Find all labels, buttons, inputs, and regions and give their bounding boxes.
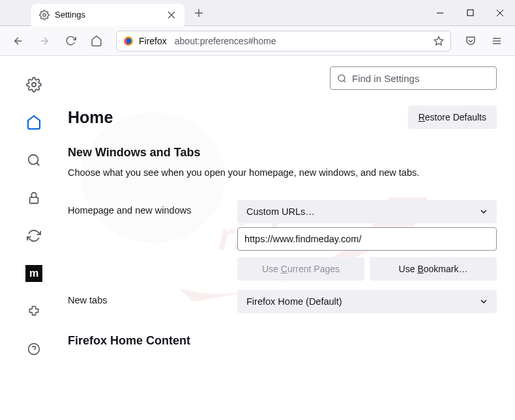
section-new-windows-title: New Windows and Tabs <box>68 146 497 160</box>
use-bookmark-button[interactable]: Use Bookmark… <box>370 257 497 281</box>
sidebar-item-privacy[interactable] <box>21 185 47 211</box>
sidebar-item-extensions[interactable] <box>21 298 47 324</box>
sidebar-item-home[interactable] <box>21 109 47 135</box>
home-button[interactable] <box>86 31 107 51</box>
sidebar-item-search[interactable] <box>21 147 47 173</box>
homepage-select-value: Custom URLs… <box>246 206 315 217</box>
sidebar-item-help[interactable] <box>21 336 47 362</box>
reload-button[interactable] <box>60 31 81 51</box>
search-icon <box>337 74 347 83</box>
restore-defaults-button[interactable]: Restore Defaults <box>408 105 497 129</box>
firefox-icon <box>123 36 134 46</box>
find-in-settings[interactable] <box>330 66 497 90</box>
settings-sidebar: m <box>0 56 68 420</box>
newtabs-label: New tabs <box>68 290 237 305</box>
find-in-settings-input[interactable] <box>352 73 490 84</box>
pocket-button[interactable] <box>460 31 481 51</box>
gear-icon <box>39 10 50 20</box>
use-current-pages-button[interactable]: Use Current Pages <box>237 257 364 281</box>
minimize-button[interactable] <box>425 0 455 26</box>
svg-rect-10 <box>30 197 38 203</box>
svg-point-8 <box>29 155 38 165</box>
section-new-windows-desc: Choose what you see when you open your h… <box>68 166 497 179</box>
app-menu-button[interactable] <box>486 31 507 51</box>
close-icon[interactable] <box>166 10 177 20</box>
page-title: Home <box>68 108 113 127</box>
svg-marker-6 <box>434 36 443 45</box>
new-tab-button[interactable] <box>190 4 208 22</box>
browser-toolbar: Firefox about:preferences#home <box>0 26 515 56</box>
svg-rect-3 <box>467 10 473 16</box>
sidebar-item-m[interactable]: m <box>21 260 47 287</box>
svg-point-2 <box>43 14 46 16</box>
svg-point-13 <box>338 74 345 81</box>
homepage-url-input[interactable] <box>237 227 497 251</box>
chevron-down-icon <box>480 208 488 216</box>
homepage-label: Homepage and new windows <box>68 200 237 216</box>
url-bar[interactable]: Firefox about:preferences#home <box>116 31 451 51</box>
chevron-down-icon <box>480 298 488 305</box>
close-window-button[interactable] <box>485 0 515 26</box>
settings-main: Home Restore Defaults New Windows and Ta… <box>68 56 515 420</box>
newtabs-select-value: Firefox Home (Default) <box>246 296 342 307</box>
tab-title: Settings <box>55 10 161 20</box>
forward-button[interactable] <box>34 31 55 51</box>
browser-tab[interactable]: Settings <box>31 4 184 26</box>
url-address: about:preferences#home <box>175 36 276 46</box>
back-button[interactable] <box>8 31 29 51</box>
svg-line-9 <box>37 163 39 165</box>
svg-line-14 <box>344 80 346 82</box>
section-home-content-title: Firefox Home Content <box>68 334 497 348</box>
window-titlebar: Settings <box>0 0 515 26</box>
svg-point-7 <box>32 83 36 87</box>
sidebar-item-sync[interactable] <box>21 223 47 249</box>
sidebar-item-general[interactable] <box>21 72 47 98</box>
url-connection: Firefox <box>139 36 167 46</box>
newtabs-select[interactable]: Firefox Home (Default) <box>237 290 497 313</box>
bookmark-star-icon[interactable] <box>434 36 444 46</box>
homepage-select[interactable]: Custom URLs… <box>237 200 497 223</box>
maximize-button[interactable] <box>455 0 485 26</box>
